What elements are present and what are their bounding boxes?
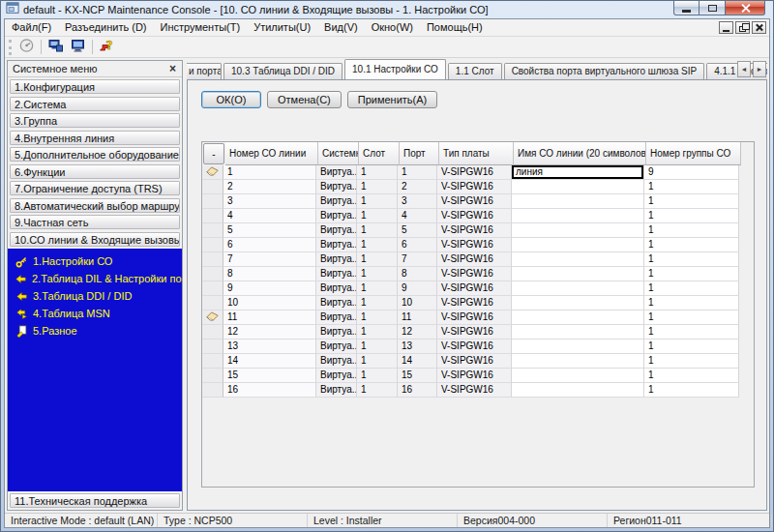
row-marker-cell[interactable] bbox=[202, 383, 223, 398]
row-marker-cell[interactable] bbox=[202, 296, 223, 310]
cell-group[interactable]: 1 bbox=[644, 354, 739, 369]
row-marker-cell[interactable] bbox=[202, 340, 223, 354]
cell-group[interactable]: 1 bbox=[644, 383, 739, 398]
tab-4[interactable]: Свойства порта виртуального шлюза SIP bbox=[504, 63, 705, 79]
sidebar-item-2[interactable]: 2.Система bbox=[10, 97, 180, 111]
cell-card: V-SIPGW16 bbox=[437, 354, 512, 369]
menu-item-1[interactable]: Разъединить (D) bbox=[58, 19, 153, 36]
tab-0[interactable]: и порта bbox=[187, 63, 222, 79]
row-edited-marker[interactable] bbox=[202, 165, 223, 180]
cell-group[interactable]: 1 bbox=[644, 340, 739, 354]
row-marker-cell[interactable] bbox=[202, 223, 223, 238]
cell-group[interactable]: 1 bbox=[644, 267, 739, 281]
cell-slot: 1 bbox=[357, 340, 398, 354]
minimize-button[interactable] bbox=[673, 1, 700, 15]
cancel-button[interactable]: Отмена(C) bbox=[267, 91, 342, 108]
submenu-item-4[interactable]: 4.Таблица MSN bbox=[15, 305, 182, 322]
cell-name[interactable] bbox=[512, 369, 644, 383]
toolbar-button-connect-gauge-icon[interactable] bbox=[15, 38, 38, 56]
row-marker-cell[interactable] bbox=[202, 369, 223, 383]
tab-2[interactable]: 10.1 Настройки СО bbox=[344, 59, 446, 79]
row-marker-cell[interactable] bbox=[202, 180, 223, 194]
sidebar-item-7[interactable]: 7.Ограничение доступа (TRS) bbox=[10, 181, 180, 195]
maximize-button[interactable] bbox=[700, 1, 725, 15]
menu-item-3[interactable]: Утилиты(U) bbox=[247, 19, 317, 36]
tab-scroll-left-icon[interactable]: ◄ bbox=[737, 61, 751, 77]
row-marker-cell[interactable] bbox=[202, 194, 223, 209]
cell-port: 1 bbox=[398, 165, 437, 180]
cell-group[interactable]: 1 bbox=[644, 194, 739, 209]
cell-group[interactable]: 1 bbox=[644, 296, 739, 310]
close-button[interactable] bbox=[725, 1, 765, 15]
cell-name[interactable] bbox=[512, 325, 644, 340]
table-corner-button[interactable]: - bbox=[203, 143, 224, 164]
sidebar-item-5[interactable]: 5.Дополнительное оборудование bbox=[10, 147, 180, 162]
menu-item-5[interactable]: Окно(W) bbox=[365, 19, 420, 36]
cell-group[interactable]: 1 bbox=[644, 180, 739, 194]
submenu-item-5[interactable]: 5.Разное bbox=[15, 322, 182, 340]
row-marker-cell[interactable] bbox=[202, 354, 223, 369]
submenu-item-3[interactable]: 3.Таблица DDI / DID bbox=[15, 287, 182, 305]
cell-card: V-SIPGW16 bbox=[437, 369, 512, 383]
sidebar-item-10[interactable]: 10.СО линии & Входящие вызовы bbox=[10, 232, 180, 247]
cell-name[interactable] bbox=[512, 340, 644, 354]
row-marker-cell[interactable] bbox=[202, 209, 223, 223]
status-field-4: Регион011-011 bbox=[608, 514, 772, 527]
cell-name[interactable] bbox=[512, 354, 644, 369]
sidebar-item-6[interactable]: 6.Функции bbox=[10, 164, 180, 179]
toolbar-button-pc-transfer-icon[interactable] bbox=[45, 38, 67, 56]
cell-name[interactable]: линия bbox=[512, 165, 644, 180]
row-marker-cell[interactable] bbox=[202, 281, 223, 296]
toolbar-button-help-icon[interactable]: ? bbox=[96, 38, 118, 56]
mdi-restore-button[interactable] bbox=[735, 21, 750, 34]
cell-name[interactable] bbox=[512, 209, 644, 223]
ok-button[interactable]: ОК(O) bbox=[201, 91, 261, 108]
tab-3[interactable]: 1.1 Слот bbox=[448, 63, 502, 79]
menu-item-4[interactable]: Вид(V) bbox=[317, 19, 365, 36]
cell-name[interactable] bbox=[512, 252, 644, 267]
cell-name[interactable] bbox=[512, 180, 644, 194]
tab-scroll-right-icon[interactable]: ► bbox=[753, 61, 766, 77]
menu-item-0[interactable]: Файл(F) bbox=[5, 19, 58, 36]
tab-1[interactable]: 10.3 Таблица DDI / DID bbox=[223, 63, 342, 79]
cell-group[interactable]: 9 bbox=[644, 165, 739, 180]
hand-icon bbox=[206, 165, 219, 180]
cell-name[interactable] bbox=[512, 267, 644, 281]
cell-group[interactable]: 1 bbox=[644, 238, 739, 252]
apply-button[interactable]: Применить(A) bbox=[347, 91, 438, 108]
mdi-close-button[interactable] bbox=[752, 21, 766, 34]
sidebar-item-8[interactable]: 8.Автоматический выбор маршрута (ARS) bbox=[10, 198, 180, 213]
cell-name[interactable] bbox=[512, 238, 644, 252]
cell-group[interactable]: 1 bbox=[644, 310, 739, 325]
sidebar-item-4[interactable]: 4.Внутренняя линия bbox=[10, 131, 180, 145]
sidebar-item-tech-support[interactable]: 11.Техническая поддержка bbox=[10, 493, 180, 508]
cell-name[interactable] bbox=[512, 281, 644, 296]
cell-name[interactable] bbox=[512, 310, 644, 325]
cell-name[interactable] bbox=[512, 383, 644, 398]
row-marker-cell[interactable] bbox=[202, 325, 223, 340]
toolbar-button-pc-info-icon[interactable] bbox=[67, 38, 89, 56]
submenu-item-1[interactable]: 1.Настройки СО bbox=[15, 252, 182, 270]
cell-group[interactable]: 1 bbox=[644, 325, 739, 340]
sidebar-item-1[interactable]: 1.Конфигурация bbox=[10, 79, 180, 94]
cell-group[interactable]: 1 bbox=[644, 369, 739, 383]
submenu-item-2[interactable]: 2.Таблица DIL & Настройки порта bbox=[15, 270, 182, 287]
cell-name[interactable] bbox=[512, 223, 644, 238]
row-marker-cell[interactable] bbox=[202, 252, 223, 267]
menu-item-6[interactable]: Помощь(H) bbox=[420, 19, 490, 36]
sidebar-close-icon[interactable]: × bbox=[169, 64, 176, 74]
cell-name[interactable] bbox=[512, 296, 644, 310]
sidebar-item-9[interactable]: 9.Частная сеть bbox=[10, 215, 180, 229]
menu-item-2[interactable]: Инструменты(T) bbox=[154, 19, 248, 36]
row-marker-cell[interactable] bbox=[202, 267, 223, 281]
cell-name[interactable] bbox=[512, 194, 644, 209]
mdi-controls bbox=[719, 21, 766, 34]
row-marker-cell[interactable] bbox=[202, 238, 223, 252]
cell-group[interactable]: 1 bbox=[644, 223, 739, 238]
sidebar-item-3[interactable]: 3.Группа bbox=[10, 113, 180, 128]
cell-group[interactable]: 1 bbox=[644, 252, 739, 267]
cell-group[interactable]: 1 bbox=[644, 209, 739, 223]
cell-group[interactable]: 1 bbox=[644, 281, 739, 296]
row-edited-marker[interactable] bbox=[202, 310, 223, 325]
mdi-minimize-button[interactable] bbox=[719, 21, 733, 34]
